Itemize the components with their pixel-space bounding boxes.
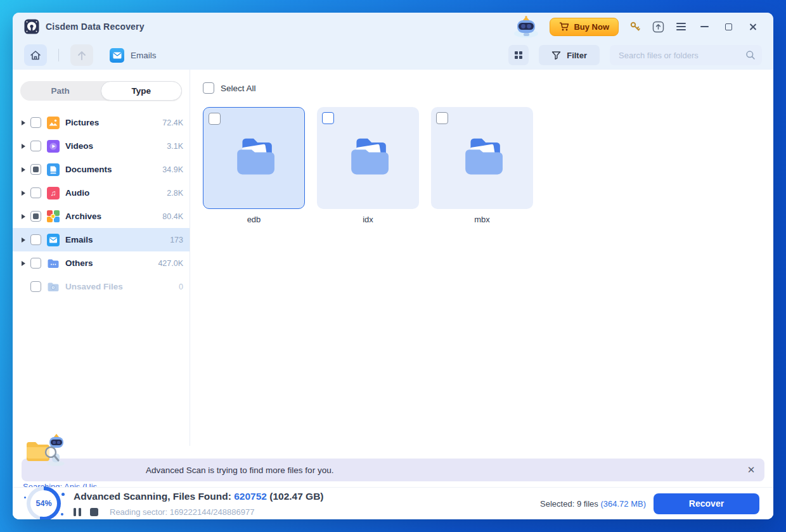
view-tabs: Path Type: [20, 81, 182, 101]
toolbar-divider: [58, 49, 59, 61]
item-count: 427.0K: [158, 259, 183, 268]
item-label: Others: [65, 258, 158, 268]
expander-icon[interactable]: [22, 120, 25, 125]
documents-icon: [47, 163, 60, 176]
archives-checkbox[interactable]: [30, 211, 41, 222]
register-key-icon[interactable]: [624, 17, 647, 36]
sidebar-item-emails[interactable]: Emails 173: [13, 228, 190, 251]
scan-mascot-icon: [23, 431, 72, 469]
up-button[interactable]: [70, 44, 93, 66]
item-count: 3.1K: [167, 142, 183, 151]
expander-icon[interactable]: [22, 214, 25, 219]
buy-now-label: Buy Now: [574, 22, 609, 32]
folder-tile[interactable]: [317, 107, 419, 209]
item-label: Pictures: [65, 118, 162, 127]
item-label: Archives: [65, 212, 162, 221]
progress-percent: 54%: [30, 490, 57, 517]
minimize-button[interactable]: [692, 17, 716, 36]
files-found-count: 620752: [234, 491, 267, 502]
folder-checkbox[interactable]: [436, 112, 448, 124]
expander-icon[interactable]: [22, 261, 25, 266]
filter-button[interactable]: Filter: [539, 45, 600, 65]
archives-icon: [47, 210, 60, 223]
pictures-icon: [47, 117, 60, 129]
select-all-checkbox[interactable]: [203, 82, 214, 94]
item-count: 2.8K: [167, 189, 183, 198]
notification-close-icon[interactable]: ✕: [742, 460, 761, 479]
stop-button[interactable]: [90, 508, 98, 516]
pause-button[interactable]: [74, 508, 81, 516]
expander-icon[interactable]: [22, 191, 25, 196]
breadcrumb[interactable]: Emails: [110, 48, 157, 63]
item-count: 72.4K: [162, 118, 183, 127]
grid-view-icon: [515, 51, 523, 60]
file-browser: Select All edb: [190, 70, 773, 446]
folder-item-edb: edb: [203, 107, 305, 224]
app-logo-icon: [24, 19, 39, 34]
folder-icon: [457, 136, 508, 178]
sidebar-item-videos[interactable]: Videos 3.1K: [13, 134, 190, 158]
home-button[interactable]: [24, 44, 47, 66]
bottom-section: Advanced Scan is trying to find more fil…: [13, 446, 773, 519]
folder-tile[interactable]: [431, 107, 533, 209]
recover-button[interactable]: Recover: [654, 493, 759, 514]
others-checkbox[interactable]: [30, 258, 41, 269]
sidebar-item-unsaved-files[interactable]: Unsaved Files 0: [13, 275, 190, 298]
app-window: Cisdem Data Recovery Buy Now: [13, 13, 773, 519]
app-title: Cisdem Data Recovery: [46, 22, 145, 32]
sidebar-item-archives[interactable]: Archives 80.4K: [13, 205, 190, 228]
folder-checkbox[interactable]: [322, 112, 334, 124]
item-label: Emails: [65, 235, 170, 244]
unsaved-files-folder-icon: [47, 281, 60, 293]
scan-progress-circle: 54%: [27, 486, 61, 519]
sidebar-item-documents[interactable]: Documents 34.9K: [13, 158, 190, 181]
unsaved-files-checkbox[interactable]: [30, 281, 41, 292]
close-button[interactable]: [740, 17, 764, 36]
reading-sector-text: Reading sector: 169222144/248886977: [110, 507, 254, 517]
sidebar-item-audio[interactable]: ♫ Audio 2.8K: [13, 181, 190, 205]
export-icon[interactable]: [647, 17, 669, 36]
search-input[interactable]: [619, 51, 745, 60]
videos-checkbox[interactable]: [30, 141, 41, 151]
folder-name: edb: [203, 215, 305, 224]
expander-icon[interactable]: [22, 144, 25, 149]
pictures-checkbox[interactable]: [30, 117, 41, 128]
grid-view-button[interactable]: [508, 45, 529, 65]
emails-checkbox[interactable]: [30, 234, 41, 245]
folder-item-idx: idx: [317, 107, 419, 224]
buy-now-button[interactable]: Buy Now: [550, 18, 619, 36]
cart-icon: [559, 22, 569, 31]
advanced-scan-notification: Advanced Scan is trying to find more fil…: [22, 459, 764, 481]
item-count: 80.4K: [162, 212, 183, 221]
expander-icon[interactable]: [22, 238, 25, 243]
item-label: Audio: [65, 188, 167, 198]
search-icon[interactable]: [745, 50, 756, 60]
selected-size: (364.72 MB): [600, 499, 646, 509]
videos-icon: [47, 140, 60, 153]
tab-path[interactable]: Path: [20, 81, 101, 101]
tab-type[interactable]: Type: [101, 81, 183, 101]
sidebar-item-others[interactable]: Others 427.0K: [13, 251, 190, 275]
expander-icon[interactable]: [22, 167, 25, 172]
item-label: Unsaved Files: [65, 282, 179, 291]
folder-name: idx: [317, 215, 419, 224]
audio-checkbox[interactable]: [30, 187, 41, 198]
select-all-label: Select All: [221, 84, 256, 93]
item-count: 34.9K: [162, 165, 183, 174]
sidebar: Path Type Pictures 72.4K: [13, 70, 190, 446]
select-all-row: Select All: [203, 82, 773, 94]
menu-icon[interactable]: [669, 17, 692, 36]
sidebar-item-pictures[interactable]: Pictures 72.4K: [13, 111, 190, 134]
maximize-button[interactable]: [716, 17, 740, 36]
folder-checkbox[interactable]: [209, 113, 221, 125]
robot-mascot-icon[interactable]: [512, 15, 541, 38]
item-label: Videos: [65, 141, 167, 151]
folder-tile[interactable]: [203, 107, 305, 209]
funnel-icon: [551, 51, 561, 60]
title-bar: Cisdem Data Recovery Buy Now: [13, 13, 773, 41]
breadcrumb-label: Emails: [131, 51, 157, 60]
selected-summary: Selected: 9 files (364.72 MB): [540, 499, 646, 509]
emails-icon: [47, 234, 60, 246]
audio-icon: ♫: [47, 187, 60, 200]
documents-checkbox[interactable]: [30, 164, 41, 175]
